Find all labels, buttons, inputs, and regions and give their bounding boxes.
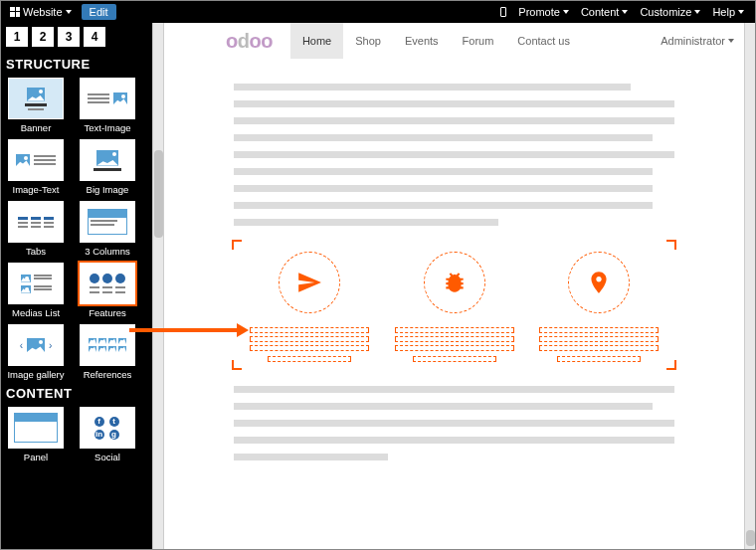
placeholder-text (234, 420, 674, 427)
nav-home[interactable]: Home (290, 23, 343, 59)
placeholder-text (234, 168, 653, 175)
snippet-features[interactable]: Features (78, 263, 137, 318)
drag-arrow-icon (129, 328, 239, 332)
placeholder-text (234, 117, 674, 124)
snippet-panel[interactable]: Panel (6, 407, 66, 462)
placeholder-text (234, 386, 674, 393)
page-body (164, 59, 744, 480)
content-menu[interactable]: Content (581, 6, 629, 18)
mobile-preview-icon[interactable] (500, 7, 506, 17)
snippet-tabs[interactable]: Tabs (6, 201, 66, 257)
chevron-down-icon (66, 10, 72, 14)
selection-corner-icon (666, 240, 676, 250)
nav-contact[interactable]: Contact us (505, 23, 582, 59)
placeholder-text (234, 202, 653, 209)
structure-section-title: STRUCTURE (6, 57, 146, 72)
site-header: odoo Home Shop Events Forum Contact us A… (164, 23, 744, 59)
snippet-three-columns[interactable]: 3 Columns (78, 201, 137, 257)
snippet-image-gallery[interactable]: ‹› Image gallery (6, 324, 66, 380)
help-menu[interactable]: Help (712, 6, 744, 18)
placeholder-text (234, 134, 653, 141)
customize-menu[interactable]: Customize (640, 6, 700, 18)
snippet-text-image[interactable]: Text-Image (78, 78, 137, 133)
selection-corner-icon (232, 360, 242, 370)
chevron-down-icon (694, 10, 700, 14)
content-section-title: CONTENT (6, 386, 146, 401)
placeholder-text (234, 185, 653, 192)
placeholder-text (234, 454, 388, 460)
chevron-down-icon (622, 10, 628, 14)
page-4-button[interactable]: 4 (84, 27, 105, 47)
website-menu[interactable]: Website (6, 6, 76, 18)
edit-button[interactable]: Edit (82, 4, 116, 20)
map-pin-icon (568, 252, 630, 313)
snippet-big-image[interactable]: Big Image (78, 139, 137, 195)
snippet-panel: 1 2 3 4 STRUCTURE Banner Text-Image Imag… (0, 23, 152, 550)
feature-column[interactable] (539, 252, 659, 362)
feature-column[interactable] (250, 252, 369, 362)
page-3-button[interactable]: 3 (58, 27, 80, 47)
page-1-button[interactable]: 1 (6, 27, 28, 47)
chevron-down-icon (728, 39, 734, 43)
snippet-social[interactable]: fting Social (78, 407, 137, 462)
pager: 1 2 3 4 (6, 27, 146, 47)
nav-forum[interactable]: Forum (451, 23, 506, 59)
chevron-down-icon (738, 10, 744, 14)
placeholder-text (234, 437, 674, 444)
page-2-button[interactable]: 2 (32, 27, 54, 47)
grid-icon (10, 7, 20, 17)
chevron-down-icon (563, 10, 569, 14)
admin-menu[interactable]: Administrator (661, 35, 734, 47)
snippet-banner[interactable]: Banner (6, 78, 66, 133)
site-logo: odoo (226, 30, 273, 53)
snippet-image-text[interactable]: Image-Text (6, 139, 66, 195)
placeholder-text (234, 403, 653, 410)
placeholder-text (234, 100, 674, 107)
placeholder-text (234, 84, 631, 91)
snippet-references[interactable]: References (78, 324, 137, 380)
bug-icon (424, 252, 485, 313)
feature-column[interactable] (395, 252, 514, 362)
nav-shop[interactable]: Shop (343, 23, 393, 59)
snippet-medias-list[interactable]: Medias List (6, 263, 66, 318)
paper-plane-icon (279, 252, 340, 313)
selection-corner-icon (666, 360, 676, 370)
placeholder-text (234, 151, 674, 158)
features-snippet-drop[interactable] (234, 242, 674, 368)
scrollbar-canvas[interactable] (744, 23, 756, 550)
nav-events[interactable]: Events (393, 23, 451, 59)
page-canvas: odoo Home Shop Events Forum Contact us A… (164, 23, 744, 550)
selection-corner-icon (232, 240, 242, 250)
scrollbar-snippets[interactable] (152, 23, 164, 550)
placeholder-text (234, 219, 498, 226)
website-menu-label: Website (23, 6, 63, 18)
promote-menu[interactable]: Promote (518, 6, 569, 18)
top-toolbar: Website Edit Promote Content Customize H… (0, 0, 756, 23)
